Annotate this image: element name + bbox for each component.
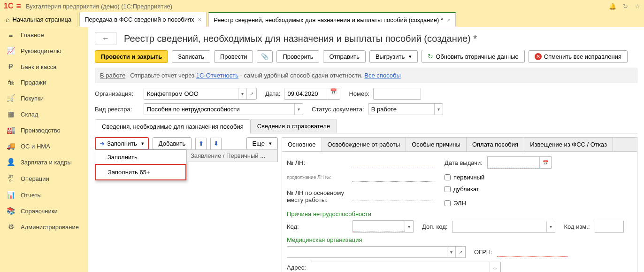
ogrn-input[interactable] [497,248,567,257]
all-methods-link[interactable]: Все способы [364,72,400,79]
dropdown-icon[interactable]: ▾ [405,221,413,232]
calendar-icon[interactable]: 📅 [327,88,340,99]
star-icon[interactable]: ☆ [635,3,640,10]
detail-body: № ЛН: Дата выдачи: 📅 продолжение ЛН №: п… [282,152,637,272]
post-close-button[interactable]: Провести и закрыть [95,50,168,63]
open-icon[interactable]: ↗ [246,88,256,99]
codechange-input[interactable] [595,221,623,232]
docstatus-input[interactable] [368,104,434,115]
back-button[interactable]: ← [95,32,116,45]
menu-fill-65[interactable]: Заполнить 65+ [95,164,186,180]
sidebar-item-operations[interactable]: Дт КтОперации [0,170,88,187]
main-area: ≡Главное 📈Руководителю ₽Банк и касса 🛍Пр… [0,27,644,272]
tab-registry[interactable]: Реестр сведений, необходимых для назначе… [208,12,455,27]
code-input[interactable] [353,221,405,232]
menu-fill[interactable]: Заполнить [95,150,186,164]
sidebar-item-warehouse[interactable]: ▦Склад [0,106,88,122]
tab-fss[interactable]: Передача в ФСС сведений о пособиях × [79,12,207,27]
export-button[interactable]: Выгрузить [369,50,418,63]
dropdown-icon[interactable]: ▾ [434,104,443,115]
bell-icon[interactable]: 🔔 [609,3,616,10]
duplicate-check-input[interactable] [445,186,451,192]
duplicate-checkbox[interactable]: дубликат [445,186,479,193]
check-button[interactable]: Проверить [276,50,319,63]
attach-button[interactable]: 📎 [257,50,273,63]
dropdown-icon[interactable]: ▾ [546,221,555,232]
primary-checkbox[interactable]: первичный [445,174,484,181]
inner-tab-main[interactable]: Основное [282,138,322,151]
close-icon[interactable]: × [198,16,202,23]
inner-tab-notice[interactable]: Извещение из ФСС / Отказ [524,138,613,151]
org-input[interactable] [144,88,238,99]
address-input[interactable] [311,262,490,272]
tab-registry-label: Реестр сведений, необходимых для назначе… [214,16,443,23]
reporting-link[interactable]: 1С-Отчетность [196,72,238,79]
sidebar-item-main[interactable]: ≡Главное [0,27,88,43]
eln-checkbox[interactable]: ЭЛН [445,200,479,207]
sidebar-item-bank[interactable]: ₽Банк и касса [0,59,88,75]
write-button[interactable]: Записать [172,50,210,63]
sidebar-item-label: Отчеты [21,192,42,199]
sidebar: ≡Главное 📈Руководителю ₽Банк и касса 🛍Пр… [0,27,88,272]
cont-ln-input[interactable] [353,172,435,182]
cancel-fixes-button[interactable]: ✕Отменить все исправления [529,50,628,63]
tab-info[interactable]: Сведения, необходимые для назначения пос… [95,119,251,133]
app-logo: 1C [4,2,13,10]
medorg-title: Медицинская организация [287,236,632,243]
post-button[interactable]: Провести [214,50,253,63]
regtype-input[interactable] [144,104,294,115]
fill-button[interactable]: ➜ Заполнить [95,137,149,150]
history-icon[interactable]: ↻ [623,3,628,10]
refresh-button[interactable]: ↻Обновить вторичные данные [422,50,525,63]
sidebar-item-production[interactable]: 🏭Производство [0,122,88,138]
sidebar-item-refs[interactable]: 📚Справочники [0,203,88,219]
ln-main-input[interactable] [353,192,435,201]
medorg-input[interactable] [287,247,447,257]
ln-no-input[interactable] [353,158,435,167]
docstatus-label: Статус документа: [312,106,364,113]
primary-check-input[interactable] [445,174,451,180]
inner-tab-special[interactable]: Особые причины [406,138,467,151]
date-input[interactable] [284,88,327,99]
sidebar-item-admin[interactable]: ⚙Администрирование [0,219,88,235]
sidebar-item-label: Главное [21,31,44,39]
date-label: Дата: [265,90,280,97]
status-bar: В работе Отправьте отчет через 1С-Отчетн… [95,68,637,83]
inner-tab-payment[interactable]: Оплата пособия [467,138,524,151]
code-label: Код: [287,223,348,230]
sidebar-item-manager[interactable]: 📈Руководителю [0,43,88,59]
move-down-button[interactable]: ⬇ [210,138,222,150]
sidebar-item-label: Банк и касса [21,63,57,70]
issue-date-input[interactable] [488,157,539,168]
move-up-button[interactable]: ⬆ [195,138,207,150]
dropdown-icon[interactable]: ▾ [238,88,246,99]
sidebar-item-sales[interactable]: 🛍Продажи [0,75,88,90]
number-input[interactable] [374,88,421,99]
sidebar-item-assets[interactable]: 🚚ОС и НМА [0,138,88,154]
tab-insurer[interactable]: Сведения о страхователе [250,119,337,133]
left-toolbar: ➜ Заполнить Добавить ⬆ ⬇ Еще [95,137,278,150]
addcode-input[interactable] [452,221,546,232]
fill-dropdown: Заполнить Заполнить 65+ [95,149,186,180]
add-button[interactable]: Добавить [153,137,192,150]
sidebar-item-reports[interactable]: 📊Отчеты [0,187,88,203]
dropdown-icon[interactable]: ▾ [294,104,303,115]
tab-home[interactable]: ⌂ Начальная страница [0,12,77,27]
eln-check-input[interactable] [445,200,451,206]
calendar-icon[interactable]: 📅 [539,157,551,168]
more-button[interactable]: Еще [246,137,278,150]
status-link[interactable]: В работе [100,72,125,79]
menu-icon[interactable]: ≡ [16,1,21,11]
sidebar-item-label: Справочники [21,208,58,215]
ellipsis-icon[interactable]: … [490,262,500,272]
left-pane: ➜ Заполнить Добавить ⬆ ⬇ Еще Заполнить З… [95,137,278,272]
dropdown-icon[interactable]: ▾ [447,247,455,257]
sidebar-item-hr[interactable]: 👤Зарплата и кадры [0,154,88,170]
org-label: Организация: [95,90,140,97]
close-icon[interactable]: × [447,16,451,23]
open-icon[interactable]: ↗ [455,247,465,257]
paperclip-icon: 📎 [261,53,268,60]
inner-tab-release[interactable]: Освобождение от работы [322,138,406,151]
sidebar-item-purchases[interactable]: 🛒Покупки [0,90,88,106]
send-button[interactable]: Отправить [323,50,365,63]
